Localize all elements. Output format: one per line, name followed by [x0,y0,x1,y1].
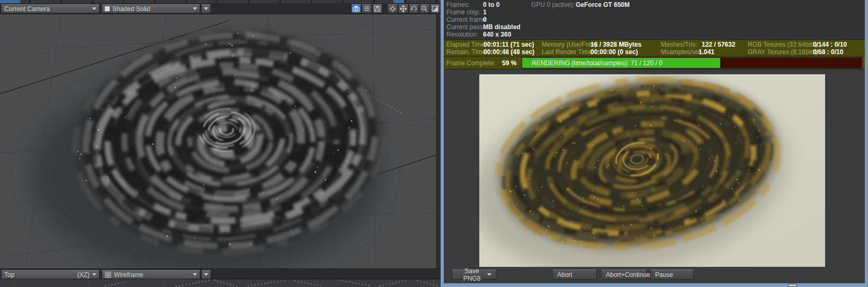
rotate-icon[interactable] [409,4,419,13]
frames-value: 0 to 0 [483,1,499,8]
view-select-label: Top [4,271,14,279]
frame-complete-value: 59 % [502,59,516,67]
remaining-time-value: 00:00:48 (48 sec) [484,48,534,56]
resolution-value: 640 x 360 [483,31,511,38]
current-pass-value: MB disabled [483,23,521,31]
abort-continue-button[interactable]: Abort+Continue [601,269,647,280]
render-preview-image [479,74,825,267]
frame-complete-label: Frame Complete: [446,59,496,67]
viewport-toolbar [351,4,440,13]
abort-button[interactable]: Abort [552,269,597,280]
window-resize-handle[interactable] [788,284,797,287]
current-pass-label: Current pass: [446,23,485,31]
camera-icon[interactable] [351,4,361,13]
shading-select[interactable]: Shaded Solid [102,4,200,13]
chevron-down-icon [193,273,197,276]
camera-select[interactable]: Current Camera [1,4,100,13]
render-status-window: Frames: 0 to 0 Frame step: 1 Current fra… [441,0,868,287]
rgb-textures-value: 0/144 : 0/10 [813,41,847,48]
elapsed-time-value: 00:01:11 (71 sec) [484,41,534,48]
footer-options-dropdown[interactable] [201,270,211,279]
pan-icon[interactable] [398,4,408,13]
wireframe-grid-icon [105,272,111,278]
render-progress-bar: RENDERING (time/total/samples): 71 / 120… [522,57,862,68]
particle-trails [0,280,441,287]
viewport-options-dropdown[interactable] [201,4,211,13]
chevron-down-icon [204,7,208,10]
view-select[interactable]: Top (XZ) [1,270,100,279]
save-image-label: Save PNG8 [457,267,487,282]
save-icon[interactable] [372,4,382,13]
remaining-time-label: Remain. Time: [446,48,487,56]
gray-textures-value: 0/68 : 0/10 [813,48,843,56]
chevron-down-icon [204,273,208,276]
item-list-icon[interactable] [362,4,372,13]
render-stats-bar: Elapsed Time: 00:01:11 (71 sec) Remain. … [444,39,865,69]
msamples-value: 1.041 [699,48,714,56]
toolbar-separator [383,4,387,13]
last-render-time-value: 00:00:00 (0 sec) [590,48,638,56]
footer-shading-label: Wireframe [114,271,143,279]
save-image-button[interactable]: Save PNG8 [452,269,496,280]
gpu-value: GeForce GT 650M [576,1,630,8]
meshes-tris-label: Meshes/Tris: [661,41,697,48]
app-root: Current Camera Shaded Solid [0,0,868,287]
zoom-icon[interactable] [419,4,429,13]
frame-step-value: 1 [483,8,487,16]
footer-shading-select[interactable]: Wireframe [102,270,200,279]
progress-text: RENDERING (time/total/samples): 71 / 120… [522,58,663,68]
chevron-down-icon [92,7,96,10]
chevron-down-icon [92,273,96,276]
chevron-down-icon [193,7,197,10]
left-viewport-panel: Current Camera Shaded Solid [0,0,441,287]
pause-button[interactable]: Pause [650,269,694,280]
current-frame-label: Current frame: [446,16,487,23]
frame-step-label: Frame step: [446,8,480,16]
camera-select-label: Current Camera [4,5,50,13]
viewport-header: Current Camera Shaded Solid [0,3,441,14]
shaded-solid-icon [105,6,110,11]
center-target-icon[interactable] [388,4,398,13]
viewport-right-edge [436,14,441,268]
gpu-label: GPU 0 (active): [531,1,575,8]
memory-value: 16 / 3928 MBytes [590,41,641,48]
secondary-viewport-sliver [0,280,441,287]
viewport-footer: Top (XZ) Wireframe [0,268,441,279]
rgb-textures-label: RGB Texures (32:64bits): [748,41,819,48]
rendered-frame [479,74,825,267]
last-render-time-label: Last Render Time: [542,48,594,56]
shading-select-label: Shaded Solid [112,5,150,13]
meshes-tris-value: 122 / 57632 [702,41,735,48]
elapsed-time-label: Elapsed Time: [446,41,487,48]
chevron-down-icon [487,273,491,276]
gray-textures-label: GRAY Texures (8:16bits): [748,48,819,56]
current-frame-value: 0 [483,16,487,23]
viewport-3d-canvas[interactable] [0,14,441,268]
axis-label: (XZ) [77,271,90,279]
resolution-label: Resolution: [446,31,478,38]
render-info-section: Frames: 0 to 0 Frame step: 1 Current fra… [444,0,865,39]
viewport-render-preview [0,14,441,268]
frames-label: Frames: [446,1,470,8]
stats-divider [444,56,865,57]
maximize-viewport-icon[interactable] [430,4,440,13]
progress-fill: RENDERING (time/total/samples): 71 / 120… [522,58,720,68]
